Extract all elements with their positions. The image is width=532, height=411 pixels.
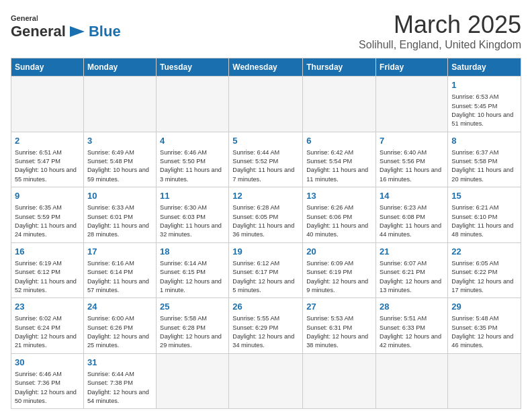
day-info: Sunrise: 6:19 AM Sunset: 6:12 PM Dayligh…: [15, 259, 80, 295]
day-number: 10: [87, 190, 152, 202]
calendar-cell: 13Sunrise: 6:26 AM Sunset: 6:06 PM Dayli…: [303, 187, 376, 243]
calendar-header-row: SundayMondayTuesdayWednesdayThursdayFrid…: [11, 58, 521, 77]
calendar-cell: 11Sunrise: 6:30 AM Sunset: 6:03 PM Dayli…: [157, 187, 229, 243]
day-number: 27: [306, 301, 372, 313]
calendar-header-sunday: Sunday: [11, 58, 84, 77]
day-number: 2: [15, 135, 80, 147]
day-info: Sunrise: 6:05 AM Sunset: 6:22 PM Dayligh…: [451, 259, 517, 295]
calendar-cell: 9Sunrise: 6:35 AM Sunset: 5:59 PM Daylig…: [11, 187, 84, 243]
calendar-cell: 17Sunrise: 6:16 AM Sunset: 6:14 PM Dayli…: [83, 242, 156, 298]
day-number: 30: [15, 357, 80, 369]
calendar-cell: 2Sunrise: 6:51 AM Sunset: 5:47 PM Daylig…: [11, 132, 84, 187]
day-info: Sunrise: 6:53 AM Sunset: 5:45 PM Dayligh…: [451, 93, 517, 128]
day-number: 1: [451, 79, 517, 91]
day-number: 15: [451, 190, 517, 202]
day-number: 8: [451, 135, 517, 147]
day-number: 19: [232, 246, 299, 258]
calendar-cell: 22Sunrise: 6:05 AM Sunset: 6:22 PM Dayli…: [448, 242, 521, 298]
calendar-week-2: 2Sunrise: 6:51 AM Sunset: 5:47 PM Daylig…: [11, 132, 521, 187]
day-info: Sunrise: 5:55 AM Sunset: 6:29 PM Dayligh…: [232, 314, 299, 350]
logo-flag-icon: [67, 24, 87, 40]
day-info: Sunrise: 6:02 AM Sunset: 6:24 PM Dayligh…: [15, 314, 80, 350]
calendar-cell: 6Sunrise: 6:42 AM Sunset: 5:54 PM Daylig…: [303, 132, 376, 187]
day-number: 3: [87, 135, 152, 147]
day-info: Sunrise: 6:40 AM Sunset: 5:56 PM Dayligh…: [380, 148, 444, 184]
day-info: Sunrise: 6:35 AM Sunset: 5:59 PM Dayligh…: [15, 203, 80, 239]
calendar-cell: [448, 353, 521, 409]
calendar-cell: 10Sunrise: 6:33 AM Sunset: 6:01 PM Dayli…: [83, 187, 156, 243]
calendar-cell: 1Sunrise: 6:53 AM Sunset: 5:45 PM Daylig…: [448, 77, 521, 132]
day-number: 21: [380, 246, 444, 258]
calendar-cell: 23Sunrise: 6:02 AM Sunset: 6:24 PM Dayli…: [11, 298, 84, 354]
day-number: 31: [87, 357, 152, 369]
day-info: Sunrise: 5:58 AM Sunset: 6:28 PM Dayligh…: [160, 314, 225, 350]
calendar-header-tuesday: Tuesday: [157, 58, 229, 77]
day-number: 20: [306, 246, 372, 258]
calendar-cell: 18Sunrise: 6:14 AM Sunset: 6:15 PM Dayli…: [157, 242, 229, 298]
day-info: Sunrise: 6:46 AM Sunset: 7:36 PM Dayligh…: [15, 370, 80, 406]
calendar-header-thursday: Thursday: [303, 58, 376, 77]
day-number: 29: [451, 301, 517, 313]
month-title: March 2025: [359, 11, 521, 39]
calendar-cell: 5Sunrise: 6:44 AM Sunset: 5:52 PM Daylig…: [229, 132, 303, 187]
logo-blue: Blue: [89, 23, 121, 40]
calendar-cell: [376, 353, 448, 409]
day-info: Sunrise: 6:23 AM Sunset: 6:08 PM Dayligh…: [380, 203, 444, 239]
calendar-cell: 20Sunrise: 6:09 AM Sunset: 6:19 PM Dayli…: [303, 242, 376, 298]
calendar-cell: 27Sunrise: 5:53 AM Sunset: 6:31 PM Dayli…: [303, 298, 376, 354]
day-info: Sunrise: 5:53 AM Sunset: 6:31 PM Dayligh…: [306, 314, 372, 350]
calendar-cell: 29Sunrise: 5:48 AM Sunset: 6:35 PM Dayli…: [448, 298, 521, 354]
calendar-cell: 26Sunrise: 5:55 AM Sunset: 6:29 PM Dayli…: [229, 298, 303, 354]
day-number: 17: [87, 246, 152, 258]
day-info: Sunrise: 5:48 AM Sunset: 6:35 PM Dayligh…: [451, 314, 517, 350]
day-number: 9: [15, 190, 80, 202]
calendar-cell: [303, 353, 376, 409]
day-info: Sunrise: 6:33 AM Sunset: 6:01 PM Dayligh…: [87, 203, 152, 239]
calendar-cell: 16Sunrise: 6:19 AM Sunset: 6:12 PM Dayli…: [11, 242, 84, 298]
logo: General General Blue: [11, 11, 121, 40]
logo-general: General: [11, 23, 66, 40]
calendar-cell: 15Sunrise: 6:21 AM Sunset: 6:10 PM Dayli…: [448, 187, 521, 243]
day-info: Sunrise: 6:42 AM Sunset: 5:54 PM Dayligh…: [306, 148, 372, 184]
day-number: 18: [160, 246, 225, 258]
calendar-header-monday: Monday: [83, 58, 156, 77]
calendar-header-friday: Friday: [376, 58, 448, 77]
calendar-cell: 19Sunrise: 6:12 AM Sunset: 6:17 PM Dayli…: [229, 242, 303, 298]
calendar-cell: 12Sunrise: 6:28 AM Sunset: 6:05 PM Dayli…: [229, 187, 303, 243]
day-info: Sunrise: 6:49 AM Sunset: 5:48 PM Dayligh…: [87, 148, 152, 184]
day-number: 6: [306, 135, 372, 147]
day-number: 12: [232, 190, 299, 202]
day-number: 4: [160, 135, 225, 147]
day-info: Sunrise: 6:16 AM Sunset: 6:14 PM Dayligh…: [87, 259, 152, 295]
calendar: SundayMondayTuesdayWednesdayThursdayFrid…: [11, 58, 521, 409]
day-info: Sunrise: 6:37 AM Sunset: 5:58 PM Dayligh…: [451, 148, 517, 184]
day-number: 14: [380, 190, 444, 202]
calendar-cell: [83, 77, 156, 132]
calendar-cell: [157, 353, 229, 409]
day-number: 5: [232, 135, 299, 147]
calendar-cell: [229, 353, 303, 409]
calendar-cell: [229, 77, 303, 132]
day-number: 16: [15, 246, 80, 258]
calendar-cell: 25Sunrise: 5:58 AM Sunset: 6:28 PM Dayli…: [157, 298, 229, 354]
day-info: Sunrise: 6:44 AM Sunset: 7:38 PM Dayligh…: [87, 370, 152, 406]
calendar-header-wednesday: Wednesday: [229, 58, 303, 77]
calendar-cell: 4Sunrise: 6:46 AM Sunset: 5:50 PM Daylig…: [157, 132, 229, 187]
day-number: 24: [87, 301, 152, 313]
calendar-week-1: 1Sunrise: 6:53 AM Sunset: 5:45 PM Daylig…: [11, 77, 521, 132]
day-info: Sunrise: 6:14 AM Sunset: 6:15 PM Dayligh…: [160, 259, 225, 295]
calendar-body: 1Sunrise: 6:53 AM Sunset: 5:45 PM Daylig…: [11, 77, 521, 409]
day-info: Sunrise: 6:00 AM Sunset: 6:26 PM Dayligh…: [87, 314, 152, 350]
day-info: Sunrise: 6:30 AM Sunset: 6:03 PM Dayligh…: [160, 203, 225, 239]
day-number: 7: [380, 135, 444, 147]
svg-text:General: General: [11, 14, 38, 22]
header: General General Blue March 2025 Solihull…: [11, 11, 521, 51]
location-title: Solihull, England, United Kingdom: [359, 39, 521, 51]
calendar-cell: [11, 77, 84, 132]
day-number: 23: [15, 301, 80, 313]
day-number: 25: [160, 301, 225, 313]
calendar-week-3: 9Sunrise: 6:35 AM Sunset: 5:59 PM Daylig…: [11, 187, 521, 243]
calendar-week-6: 30Sunrise: 6:46 AM Sunset: 7:36 PM Dayli…: [11, 353, 521, 409]
day-info: Sunrise: 6:51 AM Sunset: 5:47 PM Dayligh…: [15, 148, 80, 184]
day-info: Sunrise: 5:51 AM Sunset: 6:33 PM Dayligh…: [380, 314, 444, 350]
